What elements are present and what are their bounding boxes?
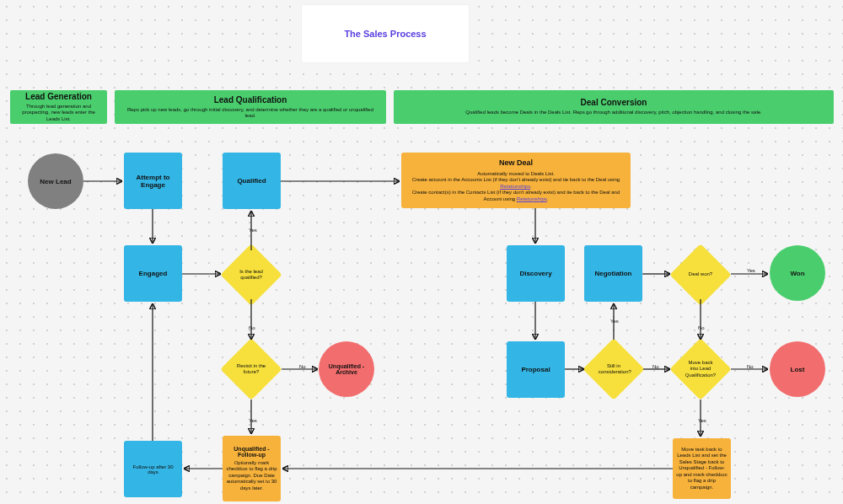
relationships-link[interactable]: Relationships bbox=[517, 196, 547, 201]
phase-title: Lead Generation bbox=[19, 92, 99, 101]
node-proposal: Proposal bbox=[507, 341, 565, 398]
edge-label-no: No bbox=[698, 325, 705, 330]
node-new-lead: New Lead bbox=[28, 153, 83, 209]
node-label: Attempt to Engage bbox=[127, 174, 179, 189]
edge-label-yes: Yes bbox=[249, 228, 257, 233]
phase-desc: Qualified leads become Deals in the Deal… bbox=[402, 110, 825, 115]
edge-label-no: No bbox=[747, 364, 754, 369]
decision-move-back-lead-qual: Move back into Lead Qualification? bbox=[679, 347, 722, 391]
decision-revisit-future: Revisit in the future? bbox=[229, 347, 273, 391]
node-qualified: Qualified bbox=[223, 153, 281, 209]
edge-label-yes: Yes bbox=[249, 418, 257, 423]
node-unqualified-archive: Unqualified - Archive bbox=[319, 341, 374, 397]
phase-title: Lead Qualification bbox=[123, 95, 378, 105]
node-move-back-to-leads: Move task back to Leads List and set the… bbox=[673, 438, 731, 499]
decision-still-in-consideration: Still in consideration? bbox=[592, 347, 636, 391]
new-deal-line3: Create contact(s) in the Contacts List (… bbox=[410, 190, 622, 202]
relationships-link[interactable]: Relationships bbox=[500, 184, 530, 189]
phase-title: Deal Conversion bbox=[402, 98, 825, 107]
title-text: The Sales Process bbox=[344, 29, 426, 39]
node-negotiation: Negotiation bbox=[584, 245, 642, 302]
new-deal-line2: Create account in the Accounts List (if … bbox=[410, 177, 622, 190]
node-engaged: Engaged bbox=[124, 245, 182, 302]
phase-desc: Reps pick up new leads, go through initi… bbox=[123, 107, 378, 119]
decision-label: Is the lead qualified? bbox=[236, 269, 266, 281]
node-label: Won bbox=[790, 270, 804, 277]
node-label: Follow-up after 30 days bbox=[127, 464, 179, 475]
decision-label: Move back into Lead Qualification? bbox=[685, 360, 716, 378]
node-followup-30-days: Follow-up after 30 days bbox=[124, 441, 182, 497]
phase-lead-generation: Lead Generation Through lead generation … bbox=[10, 90, 107, 124]
edge-label-yes: Yes bbox=[698, 418, 706, 423]
edge-label-yes: Yes bbox=[610, 319, 619, 324]
decision-label: Still in consideration? bbox=[599, 363, 629, 375]
node-label: Qualified bbox=[237, 177, 266, 185]
node-label: Engaged bbox=[139, 270, 168, 277]
phase-desc: Through lead generation and prospecting,… bbox=[19, 104, 99, 122]
edge-label-no: No bbox=[299, 364, 306, 369]
node-desc: Optionally mark checkbox to flag a drip … bbox=[226, 460, 277, 492]
edge-label-yes: Yes bbox=[747, 268, 755, 273]
node-label: Lost bbox=[791, 366, 805, 373]
phase-deal-conversion: Deal Conversion Qualified leads become D… bbox=[394, 90, 834, 124]
decision-label: Deal won? bbox=[689, 271, 712, 277]
page-title: The Sales Process bbox=[302, 5, 469, 62]
node-unqualified-followup: Unqualified - Follow-up Optionally mark … bbox=[223, 436, 281, 501]
new-deal-line1: Automatically moved to Deals List. bbox=[477, 171, 555, 178]
decision-is-lead-qualified: Is the lead qualified? bbox=[229, 253, 273, 297]
edge-label-no: No bbox=[652, 364, 659, 369]
node-new-deal: New Deal Automatically moved to Deals Li… bbox=[401, 153, 631, 208]
decision-label: Revisit in the future? bbox=[236, 363, 266, 375]
node-label: Proposal bbox=[521, 366, 550, 373]
node-label: Negotiation bbox=[595, 270, 632, 277]
node-title: New Deal bbox=[499, 158, 533, 167]
node-title: Unqualified - Follow-up bbox=[226, 446, 277, 458]
node-lost: Lost bbox=[770, 341, 825, 397]
node-desc: Move task back to Leads List and set the… bbox=[676, 447, 728, 491]
node-discovery: Discovery bbox=[507, 245, 565, 302]
node-label: Discovery bbox=[519, 270, 551, 277]
phase-lead-qualification: Lead Qualification Reps pick up new lead… bbox=[115, 90, 386, 124]
edge-label-no: No bbox=[249, 325, 255, 330]
node-attempt-to-engage: Attempt to Engage bbox=[124, 153, 182, 209]
node-label: New Lead bbox=[40, 178, 71, 185]
node-won: Won bbox=[770, 245, 825, 301]
decision-deal-won: Deal won? bbox=[679, 253, 722, 297]
node-label: Unqualified - Archive bbox=[322, 363, 371, 375]
